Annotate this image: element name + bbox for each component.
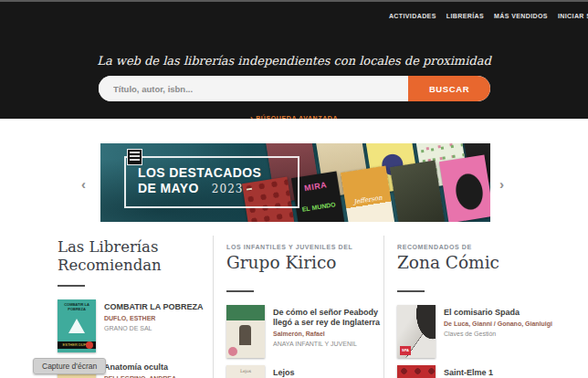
nav-item-iniciar-sesion[interactable]: INICIAR SESIÓN: [558, 13, 588, 19]
book-title[interactable]: El comisario Spada: [444, 308, 552, 318]
search-bar: BUSCAR: [99, 76, 490, 101]
column-librerias-recomiendan: Las Librerías Recomiendan COMBATIR LA PO…: [58, 236, 213, 378]
nav-item-mas-vendidos[interactable]: MÁS VENDIDOS: [494, 13, 548, 19]
banner-year: 2023: [212, 183, 244, 195]
book-author[interactable]: Salmerón, Rafael: [273, 331, 383, 337]
title-underline: [58, 285, 85, 287]
screenshot-tooltip: Capture d'écran: [33, 358, 106, 374]
recommendation-columns: Las Librerías Recomiendan COMBATIR LA PO…: [58, 236, 555, 378]
banner-book-cover: [390, 161, 445, 222]
book-cover[interactable]: Lejos: [226, 365, 265, 378]
book-item: COMBATIR LA POBREZA ESTHER DUFLO COMBATI…: [58, 299, 213, 352]
page: ACTIVIDADES LIBRERÍAS MÁS VENDIDOS INICI…: [0, 0, 588, 378]
book-item: Saint-Elme 1 Peeters, Frederik / Lehman,…: [397, 365, 555, 378]
advanced-search-row: ›BÚSQUEDA AVANZADA: [0, 108, 588, 119]
book-item: SPA El comisario Spada De Luca, Gianni /…: [397, 305, 555, 358]
search-button[interactable]: BUSCAR: [408, 76, 490, 101]
bookstore-logo-icon: [127, 149, 142, 165]
book-item: De cómo el señor Peabody llegó a ser rey…: [226, 305, 383, 358]
advanced-search-link[interactable]: ›BÚSQUEDA AVANZADA: [250, 115, 338, 119]
column-zona-comic: RECOMENDADOS DE Zona Cómic SPA El comisa…: [383, 236, 555, 378]
book-author[interactable]: De Luca, Gianni / Gonano, Gianluigi: [444, 320, 552, 327]
banner-book-cover: [439, 155, 490, 222]
carousel-banner[interactable]: nation MIRA EL MUNDO Jefferson LOS DESTA…: [100, 143, 490, 222]
column-title: Grupo Kirico: [226, 253, 383, 273]
book-title[interactable]: COMBATIR LA POBREZA: [104, 302, 204, 312]
book-publisher: GRANO DE SAL: [104, 325, 204, 331]
book-cover[interactable]: COMBATIR LA POBREZA ESTHER DUFLO: [58, 299, 96, 352]
title-underline: [226, 290, 254, 292]
column-title: Zona Cómic: [397, 253, 555, 273]
book-title[interactable]: Anatomía oculta: [104, 362, 176, 373]
book-author[interactable]: DUFLO, ESTHER: [104, 315, 204, 321]
nav-item-actividades[interactable]: ACTIVIDADES: [389, 13, 436, 19]
book-cover[interactable]: SPA: [397, 305, 436, 358]
column-grupo-kirico: LOS INFANTILES Y JUVENILES DEL Grupo Kir…: [213, 236, 383, 378]
nav-item-librerias[interactable]: LIBRERÍAS: [446, 13, 484, 19]
book-item: Lejos Lejos Cormand Rifà, Bernat: [226, 365, 383, 378]
carousel-prev-button[interactable]: ‹: [81, 177, 86, 191]
carousel-next-button[interactable]: ›: [499, 177, 504, 191]
award-dot-icon: [86, 341, 93, 349]
column-eyebrow: LOS INFANTILES Y JUVENILES DEL: [226, 244, 383, 250]
banner-title-box: LOS DESTACADOS DE MAYO2023: [124, 156, 299, 208]
flask-icon: [68, 319, 85, 333]
book-title[interactable]: Lejos: [273, 368, 339, 378]
site-tagline: La web de las librerías independientes c…: [0, 54, 588, 68]
book-cover[interactable]: [397, 365, 436, 378]
main-nav: ACTIVIDADES LIBRERÍAS MÁS VENDIDOS INICI…: [389, 13, 588, 19]
book-title[interactable]: Saint-Elme 1: [444, 368, 547, 378]
title-underline: [397, 290, 425, 292]
banner-title-line1: LOS DESTACADOS: [138, 165, 298, 181]
book-publisher: Claves de Gestión: [444, 331, 552, 337]
top-header: ACTIVIDADES LIBRERÍAS MÁS VENDIDOS INICI…: [0, 0, 588, 119]
column-eyebrow: RECOMENDADOS DE: [397, 244, 555, 250]
chevron-right-icon: ›: [250, 114, 253, 119]
banner-title-line2: DE MAYO2023: [138, 181, 298, 197]
book-publisher: ANAYA INFANTIL Y JUVENIL: [273, 341, 383, 347]
book-cover[interactable]: [226, 305, 265, 358]
search-input[interactable]: [99, 76, 408, 101]
book-title[interactable]: De cómo el señor Peabody llegó a ser rey…: [273, 308, 383, 328]
column-title: Las Librerías Recomiendan: [58, 238, 213, 275]
